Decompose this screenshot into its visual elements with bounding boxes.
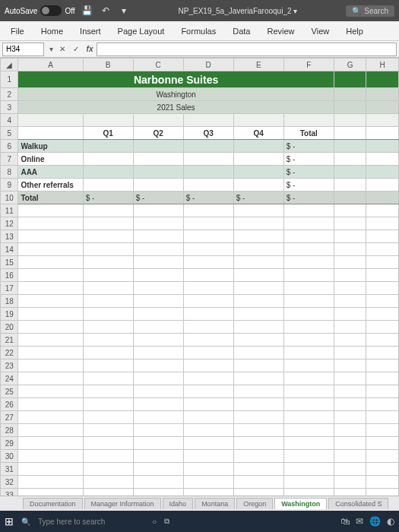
name-box[interactable]: H34 bbox=[2, 43, 44, 56]
tray-edge-icon[interactable]: 🌐 bbox=[369, 516, 381, 527]
row-header[interactable]: 8 bbox=[1, 166, 18, 179]
row-label-walkup[interactable]: Walkup bbox=[18, 140, 83, 153]
sheet-tab-consolidated[interactable]: Consolidated S bbox=[328, 498, 388, 509]
taskbar-search-icon[interactable]: 🔍 bbox=[21, 518, 30, 526]
row-label-other[interactable]: Other referrals bbox=[18, 179, 83, 192]
header-q4[interactable]: Q4 bbox=[233, 127, 283, 140]
row-header[interactable]: 19 bbox=[1, 308, 18, 321]
cancel-button[interactable]: ✕ bbox=[55, 45, 69, 53]
total-total[interactable]: $ - bbox=[283, 192, 334, 204]
start-icon[interactable]: ⊞ bbox=[5, 515, 14, 527]
col-header-e[interactable]: E bbox=[233, 59, 283, 71]
header-total[interactable]: Total bbox=[283, 127, 334, 140]
aaa-total[interactable]: $ - bbox=[283, 166, 334, 179]
sheet-tab-manager-information[interactable]: Manager Information bbox=[84, 498, 161, 509]
tab-help[interactable]: Help bbox=[338, 24, 371, 39]
header-q1[interactable]: Q1 bbox=[83, 127, 133, 140]
row-header[interactable]: 15 bbox=[1, 256, 18, 269]
row-header[interactable]: 20 bbox=[1, 321, 18, 334]
row-header[interactable]: 6 bbox=[1, 140, 18, 153]
row-header[interactable]: 21 bbox=[1, 334, 18, 347]
row-header[interactable]: 25 bbox=[1, 385, 18, 398]
row-label-aaa[interactable]: AAA bbox=[18, 166, 83, 179]
taskbar-search-placeholder[interactable]: Type here to search bbox=[38, 518, 144, 526]
spreadsheet-grid[interactable]: ◢ A B C D E F G H 1Narbonne Suites 2Wash… bbox=[0, 58, 399, 532]
select-all-corner[interactable]: ◢ bbox=[1, 59, 18, 71]
row-header[interactable]: 29 bbox=[1, 437, 18, 450]
row-header[interactable]: 14 bbox=[1, 243, 18, 256]
subtitle1-cell[interactable]: Washington bbox=[18, 88, 334, 101]
autosave-control[interactable]: AutoSave Off bbox=[5, 5, 75, 16]
total-q3[interactable]: $ - bbox=[183, 192, 233, 204]
fx-button[interactable]: fx bbox=[83, 45, 97, 53]
total-q4[interactable]: $ - bbox=[233, 192, 283, 204]
tab-file[interactable]: File bbox=[3, 24, 32, 39]
tab-view[interactable]: View bbox=[304, 24, 337, 39]
row-header[interactable]: 9 bbox=[1, 179, 18, 192]
row-header[interactable]: 31 bbox=[1, 463, 18, 476]
save-icon[interactable]: 💾 bbox=[81, 5, 93, 17]
row-label-total[interactable]: Total bbox=[18, 192, 83, 204]
col-header-f[interactable]: F bbox=[283, 59, 334, 71]
tab-insert[interactable]: Insert bbox=[72, 24, 109, 39]
header-q2[interactable]: Q2 bbox=[133, 127, 183, 140]
row-header[interactable]: 5 bbox=[1, 127, 18, 140]
col-header-a[interactable]: A bbox=[18, 59, 83, 71]
col-header-b[interactable]: B bbox=[83, 59, 133, 71]
row-header[interactable]: 27 bbox=[1, 411, 18, 424]
row-header[interactable]: 17 bbox=[1, 282, 18, 295]
enter-button[interactable]: ✓ bbox=[69, 45, 83, 53]
row-header[interactable]: 1 bbox=[1, 71, 18, 88]
row-header[interactable]: 18 bbox=[1, 295, 18, 308]
tab-page-layout[interactable]: Page Layout bbox=[110, 24, 173, 39]
row-header[interactable]: 10 bbox=[1, 192, 18, 204]
walkup-total[interactable]: $ - bbox=[283, 140, 334, 153]
col-header-h[interactable]: H bbox=[366, 59, 399, 71]
undo-icon[interactable]: ↶ bbox=[100, 5, 112, 17]
header-q3[interactable]: Q3 bbox=[183, 127, 233, 140]
row-header[interactable]: 22 bbox=[1, 347, 18, 359]
tab-formulas[interactable]: Formulas bbox=[173, 24, 223, 39]
row-header[interactable]: 30 bbox=[1, 450, 18, 463]
sheet-tab-oregon[interactable]: Oregon bbox=[236, 498, 273, 509]
sheet-tab-documentation[interactable]: Documentation bbox=[23, 498, 83, 509]
total-q2[interactable]: $ - bbox=[133, 192, 183, 204]
row-header[interactable]: 11 bbox=[1, 204, 18, 217]
row-header[interactable]: 28 bbox=[1, 424, 18, 437]
tab-review[interactable]: Review bbox=[259, 24, 302, 39]
subtitle2-cell[interactable]: 2021 Sales bbox=[18, 101, 334, 114]
row-header[interactable]: 7 bbox=[1, 153, 18, 166]
autosave-toggle[interactable] bbox=[40, 5, 62, 16]
sheet-tab-washington[interactable]: Washington bbox=[274, 498, 327, 509]
tray-store-icon[interactable]: 🛍 bbox=[340, 516, 350, 527]
row-header[interactable]: 26 bbox=[1, 398, 18, 411]
row-header[interactable]: 2 bbox=[1, 88, 18, 101]
search-box[interactable]: 🔍 Search bbox=[346, 5, 394, 17]
online-total[interactable]: $ - bbox=[283, 153, 334, 166]
row-header[interactable]: 16 bbox=[1, 269, 18, 282]
sheet-tab-idaho[interactable]: Idaho bbox=[163, 498, 194, 509]
tray-mail-icon[interactable]: ✉ bbox=[356, 516, 363, 527]
title-cell[interactable]: Narbonne Suites bbox=[18, 71, 334, 88]
row-header[interactable]: 12 bbox=[1, 217, 18, 230]
col-header-g[interactable]: G bbox=[334, 59, 366, 71]
cortana-icon[interactable]: ○ bbox=[152, 518, 157, 526]
sheet-tab-montana[interactable]: Montana bbox=[195, 498, 235, 509]
redo-icon[interactable]: ▾ bbox=[118, 5, 130, 17]
col-header-c[interactable]: C bbox=[133, 59, 183, 71]
col-header-d[interactable]: D bbox=[183, 59, 233, 71]
row-header[interactable]: 23 bbox=[1, 359, 18, 372]
tab-home[interactable]: Home bbox=[33, 24, 71, 39]
row-header[interactable]: 4 bbox=[1, 114, 18, 127]
name-box-dropdown-icon[interactable]: ▾ bbox=[46, 45, 55, 53]
row-label-online[interactable]: Online bbox=[18, 153, 83, 166]
row-header[interactable]: 13 bbox=[1, 230, 18, 243]
other-total[interactable]: $ - bbox=[283, 179, 334, 192]
formula-input[interactable] bbox=[97, 43, 397, 56]
row-header[interactable]: 32 bbox=[1, 476, 18, 489]
tray-chrome-icon[interactable]: ◐ bbox=[387, 516, 394, 527]
row-header[interactable]: 24 bbox=[1, 372, 18, 385]
task-view-icon[interactable]: ⧉ bbox=[164, 517, 169, 526]
tab-data[interactable]: Data bbox=[225, 24, 258, 39]
row-header[interactable]: 3 bbox=[1, 101, 18, 114]
